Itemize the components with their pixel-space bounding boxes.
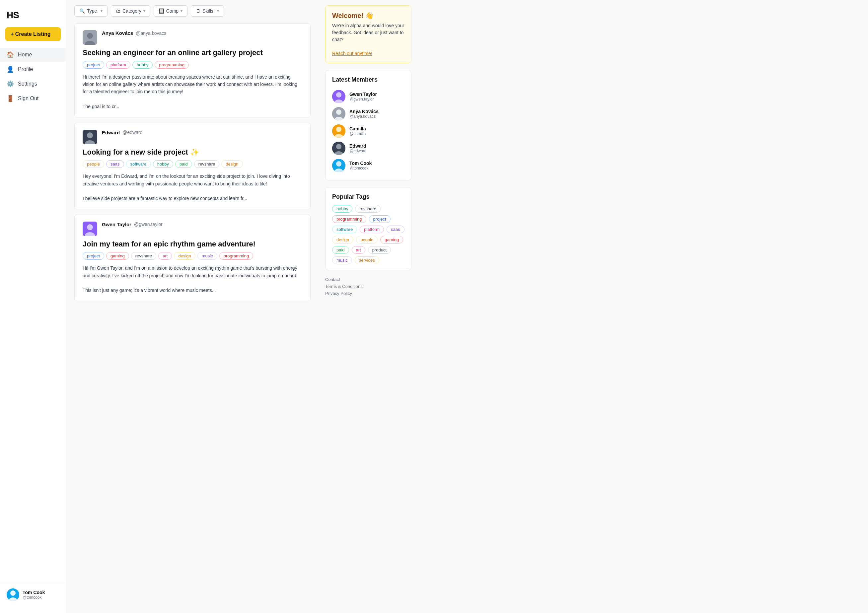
tag[interactable]: services xyxy=(355,256,379,264)
listing-card: Anya Kovács @anya.kovacs Seeking an engi… xyxy=(74,23,311,118)
member-name: Camilla xyxy=(349,126,366,132)
tag[interactable]: hobby xyxy=(332,205,352,213)
main-content: 🔍 Type ▾ 🗂 Category ▾ 🔲 Comp ▾ 🗒 Skills … xyxy=(67,0,868,613)
sidebar-item-home[interactable]: 🏠 Home xyxy=(0,48,66,62)
svg-point-7 xyxy=(87,132,93,138)
tag[interactable]: product xyxy=(368,246,391,254)
member-item[interactable]: Gwen Taylor @gwen.taylor xyxy=(332,88,405,105)
popular-tags: hobby revshare programming project softw… xyxy=(332,205,405,264)
sidebar-item-signout-label: Sign Out xyxy=(18,96,39,102)
listing-card: Edward @edward Looking for a new side pr… xyxy=(74,123,311,209)
member-info: Anya Kovács @anya.kovacs xyxy=(349,109,378,119)
tag[interactable]: design xyxy=(332,236,353,243)
tag[interactable]: programming xyxy=(155,61,189,69)
profile-icon: 👤 xyxy=(7,66,14,73)
tag[interactable]: revshare xyxy=(131,252,157,260)
tag[interactable]: project xyxy=(369,215,391,223)
tag[interactable]: hobby xyxy=(153,160,173,168)
listing-header: Anya Kovács @anya.kovacs xyxy=(83,30,302,45)
member-info: Camilla @camilla xyxy=(349,126,366,136)
tag[interactable]: paid xyxy=(175,160,192,168)
filter-comp[interactable]: 🔲 Comp ▾ xyxy=(153,5,188,17)
filter-type[interactable]: 🔍 Type ▾ xyxy=(74,5,107,17)
listing-title[interactable]: Looking for a new side project ✨ xyxy=(83,148,302,157)
chevron-down-icon: ▾ xyxy=(143,9,145,13)
svg-point-4 xyxy=(87,33,93,39)
tag[interactable]: design xyxy=(174,252,195,260)
filter-type-label: Type xyxy=(87,8,97,14)
user-info: Tom Cook @tomcook xyxy=(23,590,45,600)
avatar xyxy=(7,588,19,601)
filter-comp-label: Comp xyxy=(166,8,178,14)
tag[interactable]: art xyxy=(158,252,172,260)
user-name: Tom Cook xyxy=(23,590,45,595)
privacy-link[interactable]: Privacy Policy xyxy=(325,291,411,296)
sidebar-item-home-label: Home xyxy=(18,52,32,58)
listing-tags: people saas software hobby paid revshare… xyxy=(83,160,302,168)
member-name: Tom Cook xyxy=(349,161,372,166)
tag[interactable]: gaming xyxy=(106,252,129,260)
listing-card: Gwen Taylor @gwen.taylor Join my team fo… xyxy=(74,215,311,301)
tag[interactable]: saas xyxy=(386,226,404,233)
avatar xyxy=(83,130,97,144)
tag[interactable]: software xyxy=(126,160,151,168)
tag[interactable]: programming xyxy=(332,215,366,223)
tag[interactable]: project xyxy=(83,61,104,69)
footer-links: Contact Terms & Conditions Privacy Polic… xyxy=(325,277,411,296)
filter-skills[interactable]: 🗒 Skills ▾ xyxy=(191,5,224,17)
avatar xyxy=(83,30,97,45)
tag[interactable]: saas xyxy=(106,160,124,168)
sidebar-item-signout[interactable]: 🚪 Sign Out xyxy=(0,91,66,105)
listing-tags: project platform hobby programming xyxy=(83,61,302,69)
tag[interactable]: revshare xyxy=(194,160,220,168)
listing-body: Hi! I'm Gwen Taylor, and I'm on a missio… xyxy=(83,265,302,294)
tag[interactable]: revshare xyxy=(355,205,381,213)
listing-meta: Anya Kovács @anya.kovacs xyxy=(102,30,166,37)
member-item[interactable]: Anya Kovács @anya.kovacs xyxy=(332,105,405,122)
member-name: Anya Kovács xyxy=(349,109,378,114)
tag[interactable]: paid xyxy=(332,246,349,254)
feed: 🔍 Type ▾ 🗂 Category ▾ 🔲 Comp ▾ 🗒 Skills … xyxy=(67,0,319,613)
avatar xyxy=(332,159,346,172)
tag[interactable]: gaming xyxy=(380,236,403,243)
author-handle: @edward xyxy=(122,130,143,135)
nav: 🏠 Home 👤 Profile ⚙️ Settings 🚪 Sign Out xyxy=(0,48,66,583)
listing-title[interactable]: Seeking an engineer for an online art ga… xyxy=(83,48,302,58)
settings-icon: ⚙️ xyxy=(7,80,14,88)
member-item[interactable]: Edward @edward xyxy=(332,140,405,157)
tag[interactable]: music xyxy=(332,256,352,264)
member-item[interactable]: Camilla @camilla xyxy=(332,122,405,140)
tag[interactable]: programming xyxy=(219,252,254,260)
chevron-down-icon: ▾ xyxy=(217,9,219,13)
listing-header: Edward @edward xyxy=(83,130,302,144)
filter-category[interactable]: 🗂 Category ▾ xyxy=(111,5,150,17)
member-info: Tom Cook @tomcook xyxy=(349,161,372,170)
listing-title[interactable]: Join my team for an epic rhythm game adv… xyxy=(83,240,302,249)
reach-out-link[interactable]: Reach out anytime! xyxy=(332,51,372,56)
filters: 🔍 Type ▾ 🗂 Category ▾ 🔲 Comp ▾ 🗒 Skills … xyxy=(74,5,311,17)
tag[interactable]: people xyxy=(356,236,378,243)
svg-point-22 xyxy=(336,144,341,149)
filter-category-label: Category xyxy=(122,8,141,14)
sidebar: HS + Create Listing 🏠 Home 👤 Profile ⚙️ … xyxy=(0,0,67,613)
tag[interactable]: platform xyxy=(106,61,130,69)
tag[interactable]: design xyxy=(221,160,243,168)
tag[interactable]: software xyxy=(332,226,357,233)
member-item[interactable]: Tom Cook @tomcook xyxy=(332,157,405,174)
terms-link[interactable]: Terms & Conditions xyxy=(325,284,411,289)
tag[interactable]: platform xyxy=(360,226,384,233)
tag[interactable]: hobby xyxy=(132,61,153,69)
author-handle: @gwen.taylor xyxy=(134,221,163,227)
popular-tags-panel: Popular Tags hobby revshare programming … xyxy=(325,187,411,270)
latest-members-title: Latest Members xyxy=(332,76,405,83)
tag[interactable]: people xyxy=(83,160,104,168)
create-listing-button[interactable]: + Create Listing xyxy=(5,27,61,41)
contact-link[interactable]: Contact xyxy=(325,277,411,282)
tag[interactable]: music xyxy=(197,252,217,260)
tag[interactable]: project xyxy=(83,252,104,260)
tag[interactable]: art xyxy=(352,246,365,254)
sidebar-item-settings[interactable]: ⚙️ Settings xyxy=(0,77,66,91)
sidebar-item-profile[interactable]: 👤 Profile xyxy=(0,62,66,76)
author-name: Gwen Taylor xyxy=(102,221,132,227)
welcome-title: Welcome! 👋 xyxy=(332,12,405,20)
